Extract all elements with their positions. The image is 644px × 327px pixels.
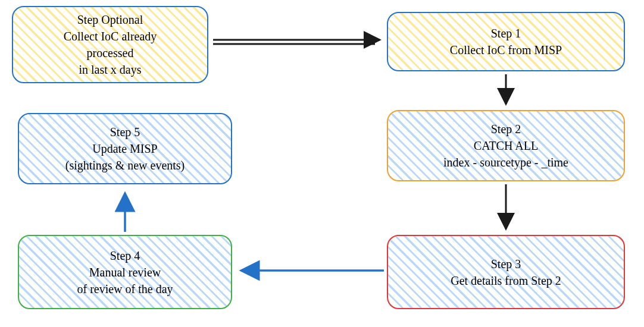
node-text: Collect IoC from MISP [450,42,562,58]
node-text: Get details from Step 2 [451,272,561,289]
node-text: Collect IoC already [64,28,157,45]
node-step-1: Step 1 Collect IoC from MISP [387,12,625,71]
node-text: index - sourcetype - _time [443,154,568,171]
node-title: Step 1 [491,25,521,42]
node-text: (sightings & new events) [65,157,185,174]
node-step-3: Step 3 Get details from Step 2 [387,235,625,309]
node-text: Update MISP [92,140,157,157]
node-text: of review of the day [77,281,173,297]
node-text: CATCH ALL [474,137,538,154]
node-title: Step 5 [110,124,140,140]
node-title: Step 2 [491,121,521,137]
node-text: Manual review [89,264,161,281]
node-step-4: Step 4 Manual review of review of the da… [18,235,232,309]
node-title: Step 4 [110,247,140,264]
node-step-optional: Step Optional Collect IoC already proces… [12,6,208,83]
node-step-5: Step 5 Update MISP (sightings & new even… [18,113,232,184]
node-title: Step 3 [491,256,521,272]
node-title: Step Optional [77,11,143,28]
node-step-2: Step 2 CATCH ALL index - sourcetype - _t… [387,110,625,181]
node-text: processed [87,45,134,61]
node-text: in last x days [79,61,142,78]
